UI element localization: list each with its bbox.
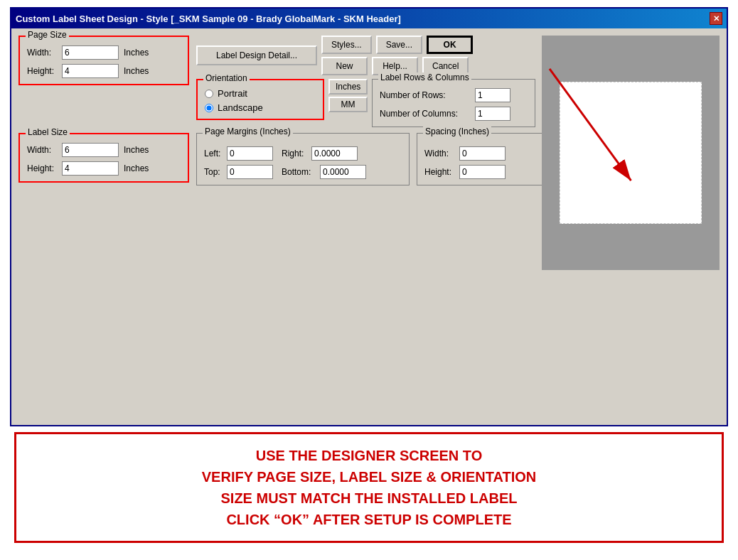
spacing-width-label: Width: bbox=[424, 149, 456, 158]
orientation-section: Orientation Portrait Landscape bbox=[196, 79, 324, 120]
instruction-line4: CLICK “OK” AFTER SETUP IS COMPLETE bbox=[31, 509, 707, 530]
landscape-label: Landscape bbox=[218, 102, 263, 113]
rows-cols-label: Label Rows & Columns bbox=[378, 72, 471, 82]
instruction-container: USE THE DESIGNER SCREEN TO VERIFY PAGE S… bbox=[7, 432, 731, 543]
rows-cols-section: Label Rows & Columns Number of Rows: Num… bbox=[372, 79, 535, 127]
preview-label-rect bbox=[560, 82, 702, 224]
portrait-row: Portrait bbox=[205, 88, 316, 99]
styles-save-row: Styles... Save... OK bbox=[321, 36, 473, 54]
save-button[interactable]: Save... bbox=[376, 36, 422, 54]
mm-button[interactable]: MM bbox=[328, 97, 368, 112]
top-bottom-row: Top: Bottom: bbox=[204, 165, 402, 179]
page-height-input[interactable] bbox=[62, 64, 119, 78]
label-width-unit: Inches bbox=[124, 145, 149, 155]
left-label: Left: bbox=[204, 149, 224, 158]
main-window: Custom Label Sheet Design - Style [_SKM … bbox=[10, 7, 728, 426]
page-height-label: Height: bbox=[27, 66, 59, 76]
inches-button[interactable]: Inches bbox=[328, 79, 368, 95]
label-height-input[interactable] bbox=[62, 161, 119, 176]
label-size-section: Label Size Width: Inches Height: Inches bbox=[18, 133, 189, 183]
top-input[interactable] bbox=[227, 165, 273, 179]
rows-row: Number of Rows: bbox=[380, 88, 528, 102]
page-height-row: Height: Inches bbox=[27, 64, 181, 78]
margins-section: Page Margins (Inches) Left: Right: Top: … bbox=[196, 133, 410, 185]
styles-button[interactable]: Styles... bbox=[321, 36, 372, 54]
page-width-input[interactable] bbox=[62, 45, 119, 60]
spacing-width-input[interactable] bbox=[459, 146, 506, 161]
cols-label: Number of Columns: bbox=[380, 109, 472, 119]
cols-input[interactable] bbox=[475, 107, 510, 121]
landscape-row: Landscape bbox=[205, 102, 316, 113]
mid-top-row1: Label Design Detail... Styles... Save...… bbox=[196, 36, 535, 75]
right-input[interactable] bbox=[311, 146, 358, 161]
cols-row: Number of Columns: bbox=[380, 107, 528, 121]
instruction-line2: VERIFY PAGE SIZE, LABEL SIZE & ORIENTATI… bbox=[31, 466, 707, 488]
title-bar: Custom Label Sheet Design - Style [_SKM … bbox=[11, 9, 727, 28]
spacing-label: Spacing (Inches) bbox=[423, 126, 491, 136]
orientation-label: Orientation bbox=[203, 73, 250, 83]
bottom-label: Bottom: bbox=[282, 167, 317, 177]
instruction-box: USE THE DESIGNER SCREEN TO VERIFY PAGE S… bbox=[14, 432, 724, 543]
label-height-unit: Inches bbox=[124, 163, 149, 173]
right-buttons: Styles... Save... OK New Help... Cancel bbox=[321, 36, 473, 75]
left-right-row: Left: Right: bbox=[204, 146, 402, 161]
label-width-row: Width: Inches bbox=[27, 143, 181, 157]
left-input[interactable] bbox=[227, 146, 273, 161]
label-design-button[interactable]: Label Design Detail... bbox=[196, 45, 317, 65]
bottom-input[interactable] bbox=[320, 165, 366, 179]
page-width-unit: Inches bbox=[124, 48, 149, 58]
portrait-radio[interactable] bbox=[205, 90, 213, 98]
label-width-label: Width: bbox=[27, 145, 59, 155]
unit-buttons: Inches MM bbox=[328, 79, 368, 112]
ok-button[interactable]: OK bbox=[427, 36, 473, 54]
spacing-height-input[interactable] bbox=[459, 165, 506, 179]
page-width-label: Width: bbox=[27, 48, 59, 58]
spacing-height-label: Height: bbox=[424, 167, 456, 177]
window-title: Custom Label Sheet Design - Style [_SKM … bbox=[16, 14, 710, 24]
right-label: Right: bbox=[282, 149, 309, 158]
margins-label: Page Margins (Inches) bbox=[203, 126, 293, 136]
page-height-unit: Inches bbox=[124, 66, 149, 76]
new-button[interactable]: New bbox=[321, 57, 368, 75]
middle-top: Label Design Detail... Styles... Save...… bbox=[196, 36, 535, 127]
instruction-line1: USE THE DESIGNER SCREEN TO bbox=[31, 445, 707, 466]
landscape-radio[interactable] bbox=[205, 104, 213, 112]
label-width-input[interactable] bbox=[62, 143, 119, 157]
label-size-label: Label Size bbox=[26, 127, 70, 137]
label-height-label: Height: bbox=[27, 163, 59, 173]
page-width-row: Width: Inches bbox=[27, 45, 181, 60]
rows-label: Number of Rows: bbox=[380, 90, 472, 100]
label-height-row: Height: Inches bbox=[27, 161, 181, 176]
top-label: Top: bbox=[204, 167, 224, 177]
mid-section: Orientation Portrait Landscape Inches bbox=[196, 79, 535, 127]
rows-input[interactable] bbox=[475, 88, 510, 102]
instruction-line3: SIZE MUST MATCH THE INSTALLED LABEL bbox=[31, 488, 707, 509]
page-size-label: Page Size bbox=[26, 30, 69, 40]
page-size-section: Page Size Width: Inches Height: Inches bbox=[18, 36, 189, 85]
preview-panel bbox=[542, 36, 720, 270]
portrait-label: Portrait bbox=[218, 88, 247, 99]
close-button[interactable]: ✕ bbox=[710, 12, 722, 25]
